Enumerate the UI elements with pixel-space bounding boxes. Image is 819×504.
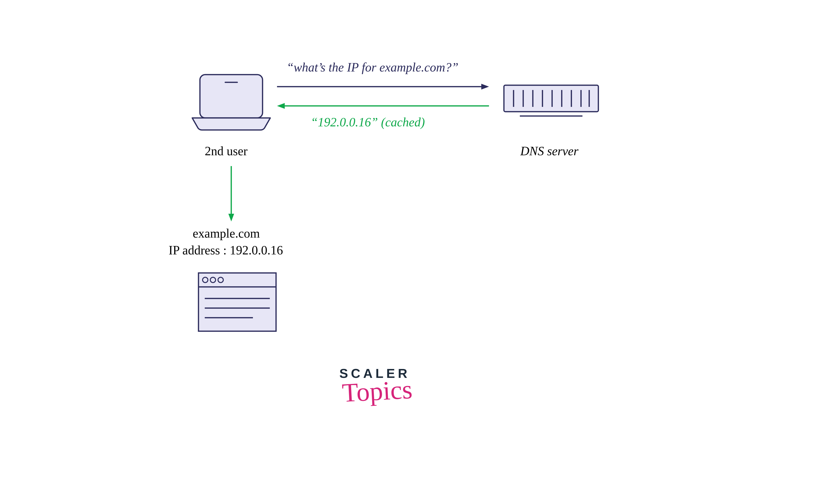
query-label: “what’s the IP for example.com?” — [287, 60, 458, 74]
logo-line-2: Topics — [341, 374, 413, 408]
ip-address-label: IP address : 192.0.0.16 — [168, 243, 283, 257]
scaler-topics-logo: SCALER Topics — [337, 366, 412, 407]
svg-rect-19 — [198, 273, 276, 331]
response-arrow — [277, 101, 489, 111]
svg-rect-2 — [504, 85, 598, 112]
dns-cache-diagram: “what’s the IP for example.com?” “192.0.… — [0, 0, 819, 504]
svg-marker-18 — [229, 214, 234, 221]
server-icon — [503, 84, 599, 118]
server-label: DNS server — [520, 144, 578, 158]
user-label: 2nd user — [205, 144, 248, 158]
down-arrow — [227, 166, 236, 221]
query-arrow — [277, 82, 489, 91]
svg-rect-0 — [200, 75, 263, 118]
svg-marker-14 — [481, 84, 489, 90]
domain-label: example.com — [193, 226, 260, 240]
laptop-icon — [190, 72, 272, 132]
response-label: “192.0.0.16” (cached) — [311, 115, 425, 129]
svg-marker-16 — [277, 103, 285, 109]
browser-window-icon — [197, 272, 277, 332]
